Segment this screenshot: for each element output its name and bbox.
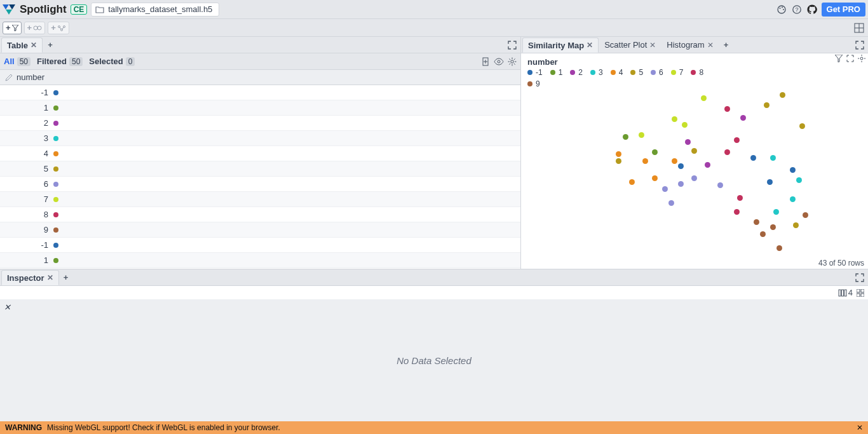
column-header[interactable]: number <box>0 70 520 85</box>
scatter-point[interactable] <box>740 115 746 121</box>
scatter-point[interactable] <box>642 158 648 164</box>
scatter-point[interactable] <box>691 148 697 154</box>
scatter-point[interactable] <box>767 179 773 185</box>
table-row[interactable]: 1 <box>0 100 520 116</box>
scatter-point[interactable] <box>790 167 796 173</box>
palette-icon[interactable] <box>776 4 787 15</box>
count-filtered[interactable]: Filtered 50 <box>37 57 83 66</box>
columns-icon[interactable]: 4 <box>838 288 853 297</box>
add-tab-button[interactable]: + <box>43 38 57 52</box>
add-tab-button[interactable]: + <box>719 38 733 52</box>
scatter-point[interactable] <box>672 158 677 164</box>
scatter-point[interactable] <box>705 162 710 168</box>
scatter-point[interactable] <box>629 179 635 185</box>
legend-item[interactable]: 2 <box>570 68 583 77</box>
add-graph-button[interactable]: + <box>48 22 69 34</box>
scatter-point[interactable] <box>623 134 628 140</box>
table-row[interactable]: 1 <box>0 253 520 268</box>
gear-icon[interactable] <box>508 57 517 66</box>
scatter-point[interactable] <box>662 186 668 192</box>
legend-item[interactable]: 9 <box>527 79 540 88</box>
file-chip[interactable]: tallymarks_dataset_small.h5 <box>91 3 219 17</box>
scatter-point[interactable] <box>672 116 677 122</box>
help-icon[interactable]: ? <box>791 4 803 15</box>
table-row[interactable]: 3 <box>0 131 520 146</box>
map-body[interactable]: number -1123456789 43 of 50 rows <box>521 53 868 269</box>
close-icon[interactable]: ✕ <box>857 423 863 432</box>
scatter-point[interactable] <box>734 209 740 215</box>
scatter-point[interactable] <box>734 137 740 143</box>
legend-item[interactable]: 5 <box>630 68 643 77</box>
close-icon[interactable]: ✕ <box>47 273 53 282</box>
scatter-point[interactable] <box>685 139 691 145</box>
tab-histogram[interactable]: Histogram✕ <box>661 37 718 53</box>
close-icon[interactable]: ✕ <box>707 41 714 50</box>
scatter-point[interactable] <box>793 222 799 228</box>
table-rows[interactable]: -1123456789-11 <box>0 85 520 269</box>
count-all[interactable]: All 50 <box>4 57 31 66</box>
add-link-button[interactable]: + <box>24 22 46 34</box>
table-row[interactable]: 4 <box>0 146 520 161</box>
table-row[interactable]: -1 <box>0 238 520 253</box>
table-row[interactable]: 5 <box>0 161 520 177</box>
table-row[interactable]: 8 <box>0 207 520 222</box>
scatter-point[interactable] <box>803 212 808 218</box>
close-icon[interactable]: ✕ <box>587 41 593 50</box>
get-pro-button[interactable]: Get PRO <box>822 3 865 17</box>
scatter-point[interactable] <box>780 92 785 98</box>
scatter-point[interactable] <box>724 149 730 155</box>
layout-icon[interactable] <box>854 23 864 33</box>
add-tab-button[interactable]: + <box>59 271 73 285</box>
table-row[interactable]: 2 <box>0 116 520 131</box>
scatter-point[interactable] <box>750 155 756 161</box>
github-icon[interactable] <box>806 4 818 15</box>
scatter-point[interactable] <box>616 158 621 164</box>
scatter-point[interactable] <box>678 181 684 187</box>
scatter-point[interactable] <box>754 219 759 225</box>
scatter-point[interactable] <box>668 200 674 206</box>
tab-table[interactable]: Table ✕ <box>1 37 43 53</box>
scatter-point[interactable] <box>639 132 644 138</box>
expand-arrows-icon[interactable] <box>846 55 854 62</box>
scatter-point[interactable] <box>678 163 684 169</box>
legend-item[interactable]: 1 <box>550 68 563 77</box>
legend-item[interactable]: 7 <box>671 68 684 77</box>
scatter-point[interactable] <box>764 102 770 108</box>
eye-icon[interactable] <box>494 57 504 66</box>
scatter-point[interactable] <box>682 122 688 128</box>
tab-scatter-plot[interactable]: Scatter Plot✕ <box>599 37 661 53</box>
legend-item[interactable]: 3 <box>590 68 603 77</box>
add-filter-button[interactable]: + <box>3 22 22 34</box>
legend-item[interactable]: 4 <box>611 68 623 77</box>
close-icon[interactable]: ✕ <box>31 41 37 50</box>
table-row[interactable]: 7 <box>0 192 520 207</box>
maximize-icon[interactable] <box>853 41 867 50</box>
close-icon[interactable]: ✕ <box>649 41 656 50</box>
scatter-point[interactable] <box>773 209 779 215</box>
table-row[interactable]: -1 <box>0 85 520 100</box>
grid-icon[interactable] <box>857 289 864 297</box>
maximize-icon[interactable] <box>505 41 519 50</box>
scatter-point[interactable] <box>701 95 707 101</box>
count-selected[interactable]: Selected 0 <box>89 57 135 66</box>
scatter-point[interactable] <box>717 182 723 188</box>
scatter-point[interactable] <box>776 245 782 251</box>
scatter-point[interactable] <box>790 196 796 202</box>
legend-item[interactable]: 6 <box>651 68 663 77</box>
maximize-icon[interactable] <box>853 273 867 282</box>
scatter-point[interactable] <box>770 155 776 161</box>
scatter-point[interactable] <box>691 175 697 181</box>
table-row[interactable]: 9 <box>0 222 520 238</box>
tab-inspector[interactable]: Inspector ✕ <box>1 270 59 285</box>
scatter-point[interactable] <box>724 106 730 112</box>
table-row[interactable]: 6 <box>0 177 520 192</box>
add-column-icon[interactable] <box>481 57 490 66</box>
legend-item[interactable]: -1 <box>527 68 543 77</box>
filter-icon[interactable] <box>835 55 843 62</box>
scatter-point[interactable] <box>616 151 621 157</box>
scatter-point[interactable] <box>799 123 805 129</box>
scatter-point[interactable] <box>652 175 658 181</box>
scatter-point[interactable] <box>737 195 743 201</box>
close-icon[interactable]: ✕ <box>4 302 11 312</box>
scatter-point[interactable] <box>760 231 766 237</box>
